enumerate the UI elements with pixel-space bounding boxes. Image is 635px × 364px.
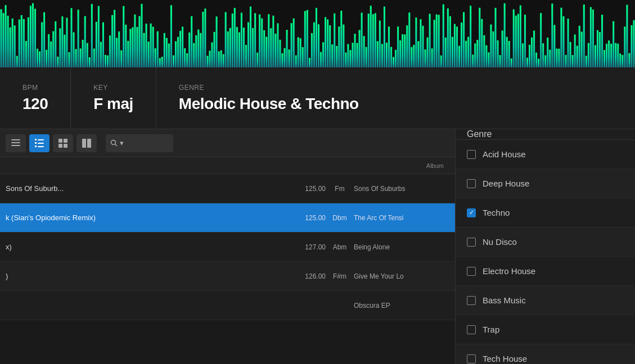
svg-rect-85	[193, 43, 195, 67]
svg-rect-71	[161, 57, 163, 67]
track-row[interactable]: k (Sian's Opiodemic Remix) 125.00 Dbm Th…	[0, 203, 455, 233]
svg-rect-2	[5, 5, 7, 67]
svg-rect-147	[334, 13, 335, 67]
svg-rect-227	[515, 16, 517, 67]
view-large-button[interactable]	[76, 134, 97, 152]
genre-name: Tech House	[483, 354, 527, 363]
svg-rect-97	[220, 51, 222, 67]
svg-rect-135	[307, 10, 308, 67]
genre-checkbox[interactable]	[467, 354, 476, 363]
genre-item[interactable]: Acid House	[456, 140, 635, 169]
svg-rect-184	[417, 41, 419, 67]
svg-rect-30	[68, 52, 70, 67]
svg-rect-152	[345, 53, 346, 67]
svg-rect-202	[458, 46, 460, 67]
track-bpm: 126.00	[286, 272, 326, 280]
svg-rect-81	[184, 48, 186, 67]
svg-rect-40	[91, 4, 93, 67]
svg-rect-36	[82, 40, 84, 67]
svg-rect-155	[352, 43, 353, 67]
genre-name: Acid House	[483, 149, 526, 159]
track-album: Obscura EP	[354, 302, 449, 310]
svg-rect-32	[73, 32, 75, 67]
svg-rect-70	[159, 58, 161, 67]
svg-rect-51	[116, 38, 118, 67]
track-list-area: ▾ Album Sons Of Suburb... 125.00 Fm Sons…	[0, 129, 455, 364]
svg-rect-262	[595, 45, 596, 67]
svg-rect-199	[452, 37, 453, 67]
search-box[interactable]: ▾	[106, 134, 173, 152]
genre-list: Acid HouseDeep HouseTechnoNu DiscoElectr…	[456, 140, 635, 364]
svg-rect-287	[35, 145, 37, 147]
genre-checkbox[interactable]	[467, 267, 476, 276]
genre-item[interactable]: Trap	[456, 315, 635, 344]
svg-rect-183	[415, 17, 417, 67]
svg-rect-73	[166, 38, 168, 67]
svg-rect-62	[141, 4, 142, 67]
svg-rect-246	[558, 49, 560, 67]
genre-checkbox[interactable]	[467, 179, 476, 188]
svg-rect-163	[370, 6, 372, 67]
svg-rect-203	[461, 22, 462, 67]
svg-rect-102	[232, 13, 233, 67]
svg-rect-96	[218, 51, 220, 67]
svg-rect-134	[304, 11, 306, 67]
svg-rect-213	[483, 35, 485, 67]
svg-rect-84	[191, 16, 192, 67]
genre-section: GENRE Melodic House & Techno	[156, 67, 381, 129]
svg-rect-140	[318, 24, 319, 67]
svg-rect-170	[386, 43, 388, 67]
genre-name: Techno	[483, 208, 510, 217]
svg-rect-101	[229, 28, 231, 67]
svg-rect-0	[1, 9, 2, 67]
svg-rect-132	[300, 38, 301, 67]
track-name: )	[6, 272, 286, 280]
svg-rect-270	[613, 21, 614, 67]
genre-checkbox[interactable]	[467, 208, 476, 217]
genre-checkbox[interactable]	[467, 325, 476, 334]
view-grid-button[interactable]	[53, 134, 73, 152]
svg-rect-210	[476, 40, 478, 67]
svg-rect-289	[58, 139, 62, 143]
genre-item[interactable]: Electro House	[456, 257, 635, 286]
svg-rect-276	[626, 4, 628, 67]
svg-rect-54	[123, 6, 124, 67]
info-bar: BPM 120 KEY F maj GENRE Melodic House & …	[0, 67, 635, 129]
svg-rect-217	[492, 31, 494, 67]
svg-rect-46	[105, 55, 106, 67]
track-row[interactable]: Obscura EP	[0, 291, 455, 320]
view-list-button[interactable]	[6, 134, 26, 152]
genre-checkbox[interactable]	[467, 150, 476, 159]
genre-item[interactable]: Techno	[456, 198, 635, 228]
view-detailed-button[interactable]	[29, 134, 49, 152]
svg-rect-77	[175, 41, 177, 67]
genre-item[interactable]: Tech House	[456, 344, 635, 364]
svg-rect-150	[340, 11, 342, 67]
svg-rect-141	[320, 52, 322, 67]
genre-item[interactable]: Nu Disco	[456, 228, 635, 257]
svg-rect-21	[48, 34, 49, 67]
track-row[interactable]: x) 127.00 Abm Being Alone	[0, 233, 455, 262]
svg-rect-37	[84, 16, 86, 67]
svg-rect-34	[78, 10, 79, 67]
svg-rect-257	[583, 4, 585, 67]
track-row[interactable]: Sons Of Suburb... 125.00 Fm Sons Of Subu…	[0, 174, 455, 203]
svg-rect-109	[247, 22, 249, 67]
svg-rect-189	[429, 14, 431, 67]
svg-rect-80	[182, 26, 183, 67]
genre-item[interactable]: Deep House	[456, 169, 635, 198]
genre-checkbox[interactable]	[467, 238, 476, 247]
genre-item[interactable]: Bass Music	[456, 286, 635, 315]
svg-rect-13	[30, 6, 31, 67]
track-album: Give Me Your Lo	[354, 272, 449, 280]
svg-rect-124	[281, 53, 283, 67]
svg-rect-18	[41, 22, 43, 67]
svg-rect-98	[223, 54, 224, 67]
genre-name: Electro House	[483, 266, 535, 276]
svg-rect-59	[134, 15, 136, 67]
svg-rect-283	[35, 139, 37, 140]
svg-rect-226	[513, 10, 515, 67]
genre-checkbox[interactable]	[467, 296, 476, 305]
track-row[interactable]: ) 126.00 F#m Give Me Your Lo	[0, 262, 455, 291]
svg-rect-151	[343, 25, 344, 67]
